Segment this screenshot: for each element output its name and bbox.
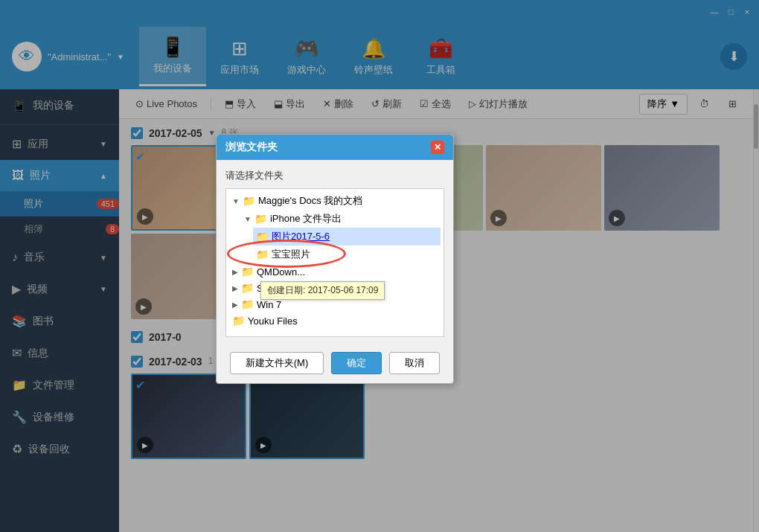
tree-arrow-icon-4: ▶ [232,268,238,276]
folder-icon-6: 📁 [241,298,254,310]
tree-item-2[interactable]: 📁 图片2017-5-6 [253,228,441,246]
folder-icon-2: 📁 [256,231,269,243]
dialog-instruction: 请选择文件夹 [225,169,444,182]
tree-arrow-icon-6: ▶ [232,301,238,309]
dialog-body: 请选择文件夹 ▼ 📁 Maggie's Docs 我的文档 ▼ 📁 iPhone… [217,160,453,346]
tree-item-label-7: Youku Files [248,315,298,327]
tree-item-4[interactable]: ▶ 📁 QMDown... [229,263,441,280]
tree-item-label-3: 宝宝照片 [272,248,310,261]
file-browser-dialog: 浏览文件夹 ✕ 请选择文件夹 ▼ 📁 Maggie's Docs 我的文档 ▼ … [216,134,454,384]
tree-arrow-icon: ▼ [232,197,240,205]
tree-item-label-0: Maggie's Docs 我的文档 [258,194,362,208]
dialog-title: 浏览文件夹 [225,141,278,154]
tree-item-1[interactable]: ▼ 📁 iPhone 文件导出 [241,210,441,228]
dialog-overlay: 浏览文件夹 ✕ 请选择文件夹 ▼ 📁 Maggie's Docs 我的文档 ▼ … [0,0,759,532]
folder-icon-1: 📁 [254,213,267,225]
tree-item-label-2: 图片2017-5-6 [272,230,330,243]
dialog-title-bar: 浏览文件夹 ✕ [217,135,453,160]
tree-item-0[interactable]: ▼ 📁 Maggie's Docs 我的文档 [229,192,441,210]
tree-item-7[interactable]: 📁 Youku Files [229,313,441,329]
cancel-button[interactable]: 取消 [389,352,440,374]
folder-icon-5: 📁 [241,282,254,294]
folder-icon: 📁 [243,195,255,207]
tree-item-label-4: QMDown... [257,266,305,278]
dialog-footer: 新建文件夹(M) 确定 取消 [217,346,453,383]
confirm-button[interactable]: 确定 [331,352,382,374]
tree-item-label-1: iPhone 文件导出 [270,212,342,225]
tree-item-label-6: Win 7 [257,299,281,310]
dialog-close-button[interactable]: ✕ [431,141,444,154]
tree-arrow-icon-5: ▶ [232,284,238,292]
tooltip: 创建日期: 2017-05-06 17:09 [260,281,385,300]
tree-item-3[interactable]: 📁 宝宝照片 [253,246,441,263]
folder-icon-7: 📁 [232,315,245,327]
new-folder-button[interactable]: 新建文件夹(M) [230,352,324,374]
tree-arrow-icon-1: ▼ [244,215,252,223]
folder-icon-4: 📁 [241,266,254,278]
folder-icon-3: 📁 [256,249,269,260]
file-tree[interactable]: ▼ 📁 Maggie's Docs 我的文档 ▼ 📁 iPhone 文件导出 📁… [225,188,444,337]
